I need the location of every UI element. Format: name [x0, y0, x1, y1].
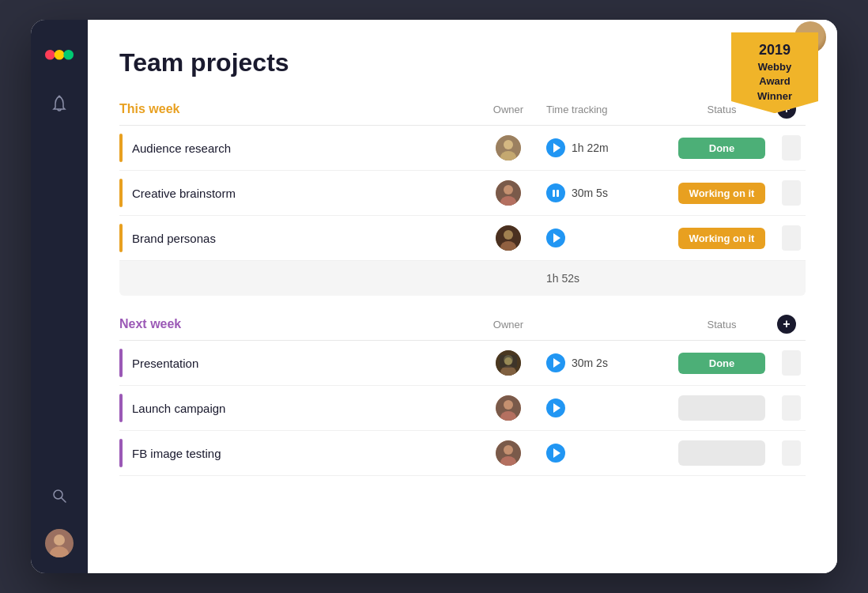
status-badge[interactable]: Working on it — [678, 183, 765, 204]
time-cell — [540, 398, 666, 417]
task-name: Presentation — [132, 357, 198, 370]
status-badge[interactable]: Working on it — [678, 228, 765, 249]
webby-line3: Winner — [757, 90, 792, 104]
row-border — [119, 224, 123, 252]
app-logo[interactable] — [45, 36, 74, 64]
svg-point-7 — [54, 490, 62, 499]
play-button[interactable] — [546, 353, 565, 372]
next-week-header: Next week Owner Status + — [119, 315, 806, 341]
row-handle-cell — [777, 135, 806, 161]
svg-point-5 — [65, 51, 72, 59]
status-cell: Working on it — [666, 225, 777, 252]
status-cell: Working on it — [666, 179, 777, 207]
table-row: Brand personas — [119, 216, 806, 261]
owner-cell — [477, 180, 540, 206]
owner-cell — [477, 225, 540, 251]
play-button[interactable] — [546, 138, 565, 157]
time-cell — [540, 444, 666, 463]
avatar — [496, 395, 521, 421]
status-cell — [666, 392, 777, 424]
row-handle-cell — [777, 440, 806, 466]
status-cell: Done — [666, 134, 777, 162]
search-icon[interactable] — [45, 482, 74, 510]
table-row: FB image testing — [119, 431, 806, 476]
webby-award-banner: 2019 Webby Award Winner — [731, 32, 818, 113]
status-cell: Done — [666, 349, 777, 377]
avatar — [496, 135, 521, 161]
svg-point-27 — [504, 400, 513, 410]
svg-point-13 — [504, 140, 513, 149]
status-empty[interactable] — [678, 440, 765, 466]
play-button[interactable] — [546, 398, 565, 417]
webby-line2: Award — [759, 75, 791, 89]
webby-year: 2019 — [759, 42, 791, 59]
time-value: 30m 5s — [572, 187, 608, 199]
time-cell: 30m 5s — [540, 183, 666, 202]
play-icon — [553, 403, 560, 413]
owner-col-label: Owner — [477, 104, 540, 115]
row-handle-cell — [777, 350, 806, 376]
row-handle-cell — [777, 180, 806, 206]
table-row: Presentation — [119, 341, 806, 386]
row-border — [119, 134, 123, 162]
svg-point-19 — [504, 230, 513, 240]
svg-line-8 — [62, 498, 66, 502]
status-cell — [666, 437, 777, 469]
sidebar — [31, 20, 88, 573]
row-handle — [782, 395, 801, 421]
table-row: Audience research 1h 22m — [119, 126, 806, 171]
row-border — [119, 394, 123, 422]
row-border — [119, 179, 123, 207]
play-button[interactable] — [546, 444, 565, 463]
row-handle-cell — [777, 225, 806, 251]
svg-point-6 — [58, 96, 61, 98]
status-col-label-2: Status — [666, 319, 777, 330]
time-cell: 30m 2s — [540, 353, 666, 372]
row-handle — [782, 135, 801, 161]
row-border — [119, 439, 123, 467]
row-handle — [782, 180, 801, 206]
row-handle — [782, 440, 801, 466]
pause-icon — [553, 190, 559, 197]
owner-cell — [477, 135, 540, 161]
play-button[interactable] — [546, 229, 565, 247]
svg-point-10 — [54, 534, 65, 546]
task-name-cell: Audience research — [119, 126, 477, 170]
task-name-cell: Launch campaign — [119, 386, 477, 430]
time-col-label: Time tracking — [540, 104, 666, 115]
next-week-section: Next week Owner Status + Presentation — [119, 315, 806, 476]
pause-bar — [557, 190, 559, 197]
time-value: 1h 22m — [572, 142, 609, 154]
webby-ribbon: 2019 Webby Award Winner — [731, 32, 818, 113]
table-row: Launch campaign — [119, 386, 806, 431]
status-empty[interactable] — [678, 395, 765, 421]
owner-col-label-2: Owner — [477, 319, 540, 330]
avatar — [496, 180, 521, 206]
user-avatar[interactable] — [45, 529, 74, 557]
row-handle — [782, 350, 801, 376]
status-badge[interactable]: Done — [678, 353, 765, 374]
this-week-title: This week — [119, 102, 477, 116]
svg-point-25 — [504, 357, 512, 365]
svg-point-3 — [47, 51, 54, 59]
row-border — [119, 349, 123, 377]
time-cell — [540, 229, 666, 247]
owner-cell — [477, 350, 540, 376]
total-time: 1h 52s — [540, 272, 666, 285]
svg-point-16 — [504, 185, 513, 195]
task-name: Creative brainstorm — [132, 187, 236, 200]
time-value: 30m 2s — [572, 357, 608, 369]
table-row: Creative brainstorm — [119, 171, 806, 216]
main-content: 2019 Webby Award Winner Team projects Th… — [88, 20, 837, 573]
status-badge[interactable]: Done — [678, 138, 765, 159]
bell-icon[interactable] — [45, 89, 74, 118]
pause-button[interactable] — [546, 183, 565, 202]
add-next-week-button[interactable]: + — [777, 315, 796, 334]
total-row: 1h 52s — [119, 261, 806, 296]
play-icon — [553, 233, 560, 243]
app-window: 2019 Webby Award Winner Team projects Th… — [31, 20, 837, 573]
row-handle-cell — [777, 395, 806, 421]
pause-bar — [553, 190, 555, 197]
task-name: FB image testing — [132, 447, 221, 460]
webby-line1: Webby — [758, 61, 791, 74]
